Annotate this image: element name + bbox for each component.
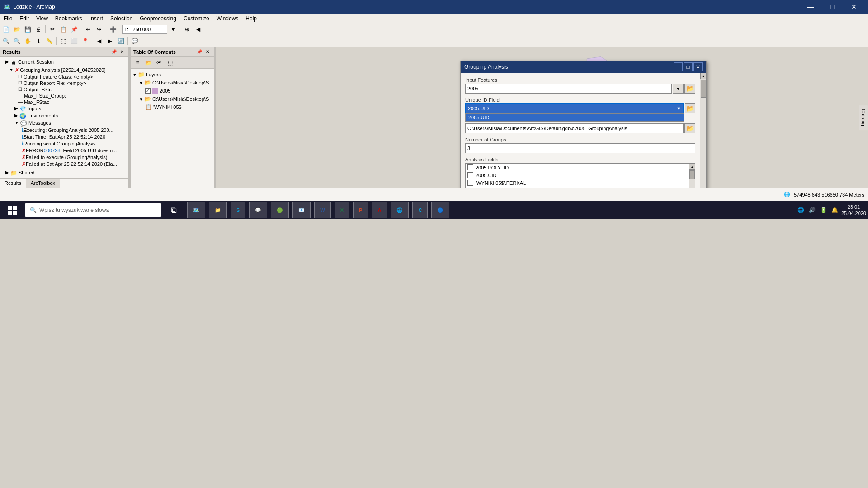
toc-layer-2005[interactable]: ✓ 2005	[132, 87, 212, 95]
output-fc-input[interactable]	[465, 123, 684, 133]
tree-item-messages[interactable]: ▼ 💬 Messages	[2, 120, 127, 127]
taskbar-search-box[interactable]: 🔍 Wpisz tu wyszukiwane słowa	[25, 203, 161, 217]
identify-button[interactable]: ℹ	[33, 36, 43, 46]
catalog-tab[interactable]: Catalog	[859, 105, 868, 130]
scale-dropdown-button[interactable]: ▼	[168, 24, 178, 34]
undo-button[interactable]: ↩	[83, 24, 93, 34]
select-by-location-button[interactable]: 📍	[80, 36, 90, 46]
notification-icon[interactable]: 🔔	[830, 207, 840, 213]
input-features-browse-button[interactable]: 📂	[684, 84, 695, 94]
toc-dataframe-1[interactable]: ▼ 📂 C:\Users\Misia\Desktop\S	[132, 79, 212, 87]
scale-input[interactable]	[122, 25, 167, 34]
field-perkal[interactable]: 'WYNIKI 05$'.PERKAL	[466, 179, 689, 187]
menu-edit[interactable]: Edit	[16, 14, 33, 23]
tree-item-max-fstat[interactable]: — Max_FStat:	[2, 99, 127, 105]
taskbar-skype[interactable]: S	[231, 202, 245, 218]
redo-button[interactable]: ↪	[94, 24, 104, 34]
layer-2005-checkbox[interactable]: ✓	[145, 88, 151, 94]
clear-selected-button[interactable]: ⬜	[69, 36, 79, 46]
uid-option-2005uid[interactable]: 2005.UID	[466, 114, 684, 121]
paste-button[interactable]: 📌	[69, 24, 79, 34]
dialog-scroll-thumb[interactable]	[701, 80, 706, 98]
menu-selection[interactable]: Selection	[107, 14, 136, 23]
print-button[interactable]: 🖨	[33, 24, 43, 34]
toc-list-by-visibility[interactable]: 👁	[154, 58, 164, 68]
toc-wyniki[interactable]: 📋 'WYNIKI 05$'	[132, 103, 212, 111]
menu-geoprocessing[interactable]: Geoprocessing	[136, 14, 180, 23]
task-view-button[interactable]: ⧉	[163, 201, 184, 219]
battery-icon[interactable]: 🔋	[819, 207, 828, 213]
taskbar-whatsapp[interactable]: 🟢	[271, 202, 289, 218]
toc-close-button[interactable]: ✕	[204, 48, 211, 56]
refresh-button[interactable]: 🔄	[116, 36, 126, 46]
scroll-up-arrow[interactable]: ▲	[689, 164, 695, 170]
close-button[interactable]: ✕	[844, 0, 864, 14]
pan-button[interactable]: ✋	[23, 36, 33, 46]
taskbar-powerpoint[interactable]: P	[353, 202, 368, 218]
map-area[interactable]: Catalog Grouping Analysis — □ ✕ Input Fe…	[216, 47, 868, 188]
network-icon[interactable]: 🌐	[796, 207, 806, 213]
copy-button[interactable]: 📋	[58, 24, 68, 34]
dialog-maximize-button[interactable]: □	[684, 62, 693, 71]
uid-browse-button[interactable]: 📂	[685, 103, 695, 113]
minimize-button[interactable]: —	[800, 0, 821, 14]
taskbar-sth[interactable]: 🔵	[431, 202, 449, 218]
taskbar-acrobat[interactable]: A	[372, 202, 387, 218]
measure-button[interactable]: 📏	[44, 36, 54, 46]
dialog-scroll-up[interactable]: ▲	[700, 73, 707, 79]
taskbar-outlook[interactable]: 📧	[292, 202, 311, 218]
menu-customize[interactable]: Customize	[180, 14, 213, 23]
tree-item-session[interactable]: ▶ 🖥 Current Session	[2, 59, 127, 67]
field-perkal-checkbox[interactable]	[467, 180, 473, 186]
taskbar-excel[interactable]: X	[335, 202, 349, 218]
new-button[interactable]: 📄	[1, 24, 11, 34]
scroll-thumb[interactable]	[689, 170, 695, 179]
tree-item-environments[interactable]: ▶ 🌍 Environments	[2, 113, 127, 120]
input-features-dropdown-button[interactable]: ▼	[673, 84, 684, 94]
field-ranga[interactable]: 'WYNIKI 05$'.RANGA	[466, 187, 689, 188]
dialog-close-button[interactable]: ✕	[693, 62, 703, 71]
taskbar-arcgis[interactable]: C	[412, 202, 428, 218]
toc-pin-button[interactable]: 📌	[196, 48, 203, 56]
taskbar-explorer[interactable]: 📁	[209, 202, 227, 218]
tab-results[interactable]: Results	[0, 179, 26, 188]
volume-icon[interactable]: 🔊	[807, 207, 817, 213]
tree-item-max-fstat-group[interactable]: — Max_FStat_Group:	[2, 93, 127, 99]
field-poly-id-checkbox[interactable]	[467, 164, 473, 170]
taskbar-messenger[interactable]: 💬	[249, 202, 267, 218]
menu-insert[interactable]: Insert	[86, 14, 107, 23]
field-uid-checkbox[interactable]	[467, 172, 473, 178]
save-button[interactable]: 💾	[23, 24, 33, 34]
zoom-full-button[interactable]: ⊕	[182, 24, 192, 34]
tree-item-output-fc[interactable]: ☐ Output Feature Class: <empty>	[2, 74, 127, 80]
tree-item-error[interactable]: ✗ ERROR 000728 : Field 2005.UID does n..…	[2, 147, 127, 154]
taskbar-chrome[interactable]: 🌐	[391, 202, 409, 218]
go-back-button[interactable]: ◀	[94, 36, 104, 46]
toc-list-by-drawing-order[interactable]: ≡	[132, 58, 142, 68]
zoom-in-button[interactable]: 🔍	[1, 36, 11, 46]
open-button[interactable]: 📂	[12, 24, 22, 34]
menu-bookmarks[interactable]: Bookmarks	[52, 14, 86, 23]
results-panel-close[interactable]: ✕	[118, 48, 126, 56]
tree-item-grouping[interactable]: ▼ ✗ Grouping Analysis [225214_04252020]	[2, 67, 127, 74]
menu-windows[interactable]: Windows	[213, 14, 242, 23]
zoom-prev-button[interactable]: ◀	[193, 24, 203, 34]
maximize-button[interactable]: □	[822, 0, 843, 14]
windows-start-button[interactable]	[2, 201, 24, 219]
error-link[interactable]: 000728	[44, 148, 61, 153]
map-tips-button[interactable]: 💬	[130, 36, 140, 46]
num-groups-input[interactable]	[465, 143, 695, 153]
menu-view[interactable]: View	[33, 14, 52, 23]
toc-dataframe-2[interactable]: ▼ 📂 C:\Users\Misia\Desktop\S	[132, 95, 212, 103]
select-features-button[interactable]: ⬚	[58, 36, 68, 46]
unique-id-field[interactable]: 2005.UID ▼	[465, 103, 684, 113]
dialog-minimize-button[interactable]: —	[674, 62, 683, 71]
cut-button[interactable]: ✂	[47, 24, 57, 34]
tree-item-output-fstr[interactable]: ☐ Output_FStr:	[2, 86, 127, 93]
field-poly-id[interactable]: 2005.POLY_ID	[466, 164, 689, 171]
tree-item-inputs[interactable]: ▶ 💎 Inputs	[2, 105, 127, 113]
taskbar-arcmap[interactable]: 🗺️	[187, 202, 205, 218]
taskbar-clock[interactable]: 23:01 25.04.2020	[841, 204, 866, 217]
tree-item-shared[interactable]: ▶ 📁 Shared	[2, 169, 127, 177]
toc-list-by-selection[interactable]: ⬚	[165, 58, 175, 68]
